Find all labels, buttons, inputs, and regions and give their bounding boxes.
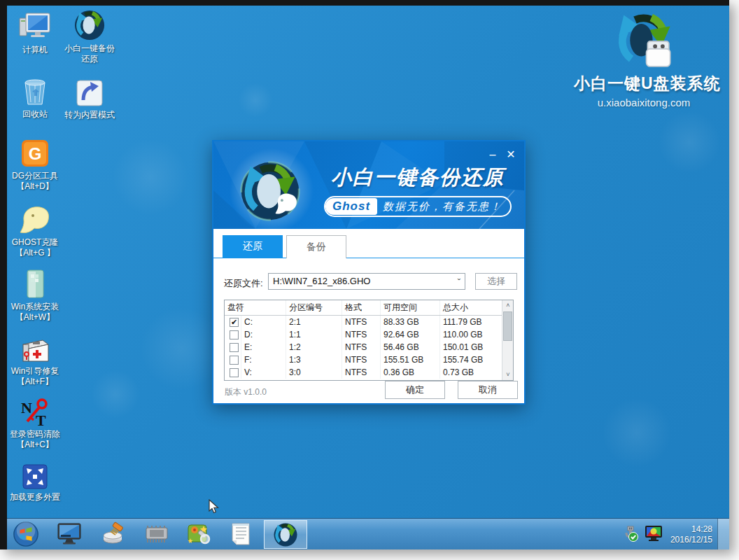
cell-drive: D:	[241, 328, 286, 341]
display-color-tray-icon[interactable]	[644, 524, 663, 545]
dialog-sync-ghost-icon	[239, 160, 302, 223]
desktop-icon-label: GHOST克隆	[7, 237, 70, 248]
chevron-down-icon[interactable]: ˇ	[458, 275, 460, 290]
scroll-up-arrow[interactable]: ˄	[502, 300, 514, 311]
desktop-icon-label: Win系统安装	[7, 302, 70, 312]
tab-backup[interactable]: 备份	[286, 235, 346, 258]
arrow-shortcut-icon	[55, 76, 125, 108]
table-row[interactable]: E:1:2NTFS56.46 GB150.01 GB	[225, 341, 502, 354]
dialog-title: 小白一键备份还原	[331, 164, 506, 192]
clock-time: 14:28	[670, 524, 712, 535]
taskbar-clock[interactable]: 14:28 2016/12/15	[670, 524, 712, 545]
cell-free-space: 88.33 GB	[381, 316, 440, 328]
bg-circle	[602, 398, 672, 468]
dg-partition-icon: G	[7, 136, 70, 169]
checkbox-cell	[225, 354, 241, 366]
start-button[interactable]	[13, 521, 39, 547]
desktop-icon-label: 回收站	[22, 109, 48, 119]
dialog-header[interactable]: 小白一键备份还原 Ghost 数据无价，有备无患！ – ✕	[213, 141, 524, 229]
partition-checkbox[interactable]	[230, 343, 239, 352]
desktop-icon-label2: 【Alt+F】	[7, 377, 70, 387]
backup-restore-dialog: 小白一键备份还原 Ghost 数据无价，有备无患！ – ✕ 还原 备份 还原文件…	[212, 140, 526, 405]
desktop-icon-label: 登录密码清除	[7, 429, 70, 440]
bg-circle	[112, 139, 189, 216]
desktop-icon-label: 转为内置模式	[64, 110, 115, 120]
checkbox-cell	[225, 366, 241, 379]
brand-url: u.xiaobaixitong.com	[574, 97, 714, 108]
taskbar-active-app[interactable]	[264, 520, 307, 549]
desktop-icon-xiaobai-backup[interactable]: 小白一键备份 还原	[55, 9, 125, 64]
col-header-drive: 盘符	[225, 300, 286, 315]
software-box-icon	[7, 267, 70, 300]
desktop-icon-dg-partition[interactable]: G DG分区工具 【Alt+D】	[7, 136, 70, 192]
ok-button[interactable]: 确定	[385, 381, 445, 399]
desktop-icon-label: 加载更多外置	[10, 492, 60, 502]
cell-total-size: 110.00 GB	[440, 328, 502, 341]
cancel-button[interactable]: 取消	[458, 381, 518, 399]
cell-format: NTFS	[342, 354, 381, 366]
desktop-icon-label2: 【Alt+C】	[7, 440, 70, 450]
table-row[interactable]: D:1:1NTFS92.64 GB110.00 GB	[225, 328, 502, 341]
table-row[interactable]: V:3:0NTFS0.36 GB0.73 GB	[225, 366, 502, 379]
usb-tray-icon[interactable]	[621, 524, 640, 545]
brand-logo-block: 小白一键U盘装系统 u.xiaobaixitong.com	[574, 11, 714, 108]
restore-file-label: 还原文件:	[224, 277, 263, 290]
desktop-icon-label2: 【Alt+W】	[7, 312, 70, 323]
select-file-button[interactable]: 选择	[475, 273, 517, 290]
desktop-icon-ghost-clone[interactable]: GHOST克隆 【Alt+G 】	[7, 203, 70, 258]
desktop-icon-label: Win引导修复	[7, 366, 70, 377]
ghost-slogan: 数据无价，有备无患！	[383, 200, 502, 214]
display-settings-icon[interactable]	[56, 521, 83, 547]
cell-free-space: 92.64 GB	[381, 328, 440, 341]
desktop-icon-win-install[interactable]: Win系统安装 【Alt+W】	[7, 267, 70, 323]
expand-arrows-icon	[7, 458, 70, 490]
desktop-icon-label: DG分区工具	[7, 171, 70, 181]
partition-checkbox[interactable]	[230, 330, 239, 340]
ghost-badge: Ghost 数据无价，有备无患！	[324, 196, 512, 217]
partition-table-header: 盘符 分区编号 格式 可用空间 总大小	[225, 300, 513, 316]
desktop-icon-internal-mode[interactable]: 转为内置模式	[55, 76, 125, 120]
cell-partition: 1:2	[286, 341, 342, 354]
desktop-icon-label2: 【Alt+G 】	[7, 248, 70, 258]
cell-format: NTFS	[342, 366, 381, 379]
desktop-icon-password-clear[interactable]: N T 登录密码清除 【Alt+C】	[7, 395, 70, 450]
desktop-icon-label2: 【Alt+D】	[7, 181, 70, 192]
partition-checkbox[interactable]	[230, 368, 239, 377]
minimize-button[interactable]: –	[485, 147, 500, 162]
restore-file-combobox[interactable]: H:\WIN7_612_x86.GHO ˇ	[268, 273, 465, 290]
ghost-icon	[7, 203, 70, 235]
checkbox-cell: ✔	[225, 316, 241, 328]
bg-circle	[140, 307, 224, 391]
system-tray: 14:28 2016/12/15	[621, 519, 712, 550]
disk-cleanup-icon[interactable]	[100, 521, 127, 547]
version-label: 版本 v1.0.0	[225, 386, 267, 398]
table-scrollbar[interactable]: ˄ ˅	[502, 300, 513, 380]
cell-free-space: 0.36 GB	[381, 366, 440, 379]
table-row[interactable]: F:1:3NTFS155.51 GB155.74 GB	[225, 354, 502, 366]
table-row[interactable]: ✔C:2:1NTFS88.33 GB111.79 GB	[225, 316, 502, 328]
partition-checkbox[interactable]	[230, 356, 239, 365]
cell-partition: 1:3	[286, 354, 342, 366]
show-desktop-button[interactable]	[717, 519, 729, 550]
cell-drive: E:	[241, 341, 286, 354]
desktop-icon-win-boot-repair[interactable]: Win引导修复 【Alt+F】	[7, 332, 70, 387]
scrollbar-thumb[interactable]	[503, 312, 512, 341]
col-header-format: 格式	[342, 300, 381, 315]
svg-text:G: G	[29, 144, 42, 163]
dialog-tab-bar: 还原 备份	[213, 231, 524, 258]
scroll-down-arrow[interactable]: ˅	[502, 370, 514, 380]
notepad-icon[interactable]	[227, 521, 254, 547]
cell-drive: V:	[241, 366, 286, 379]
tweak-tools-icon[interactable]	[185, 521, 212, 547]
desktop-icon-load-more[interactable]: 加载更多外置	[7, 458, 70, 503]
brand-title: 小白一键U盘装系统	[574, 73, 714, 94]
close-button[interactable]: ✕	[503, 147, 519, 162]
memory-chip-icon[interactable]	[143, 521, 170, 547]
desktop-screen: 计算机 小白一键备份 还原 回收站 转为内置模式 G	[7, 6, 729, 550]
desktop-icon-label2: 还原	[55, 54, 125, 64]
bg-circle	[91, 370, 140, 419]
cell-free-space: 155.51 GB	[381, 354, 440, 366]
tab-restore[interactable]: 还原	[223, 235, 283, 258]
cell-partition: 2:1	[286, 316, 342, 328]
partition-checkbox[interactable]: ✔	[230, 318, 239, 327]
